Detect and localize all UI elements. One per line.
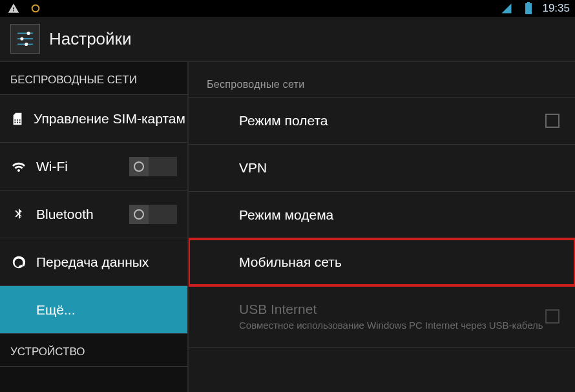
svg-point-0 [32,5,39,12]
bluetooth-toggle[interactable] [129,205,177,224]
main-item-vpn[interactable]: VPN [189,145,575,192]
sidebar-section-wireless: БЕСПРОВОДНЫЕ СЕТИ [0,62,187,95]
warning-icon [5,0,22,17]
main-item-usb-internet: USB Internet Совместное использование Wi… [189,286,575,348]
sidebar-item-label: Bluetooth [36,207,94,222]
sidebar-item-wifi[interactable]: Wi-Fi [0,143,187,191]
data-usage-icon [10,254,27,271]
sidebar-item-sim-management[interactable]: Управление SIM-картам [0,95,187,143]
status-bar: 19:35 [0,0,575,17]
main-item-label: VPN [239,160,267,175]
sidebar: БЕСПРОВОДНЫЕ СЕТИ Управление SIM-картам … [0,62,189,392]
sidebar-item-label: Wi-Fi [36,159,68,174]
svg-point-6 [20,37,23,40]
main-item-label: Режим модема [239,207,333,222]
main-section-title: Беспроводные сети [189,62,575,97]
toggle-knob [129,157,149,176]
settings-icon [10,24,40,54]
wifi-icon [10,158,27,175]
sidebar-item-bluetooth[interactable]: Bluetooth [0,191,187,238]
sidebar-item-label: Передача данных [36,254,149,270]
main-item-subtitle: Совместное использование Windows PC Inte… [239,320,557,332]
wifi-toggle[interactable] [129,157,177,176]
main-item-tethering[interactable]: Режим модема [189,192,575,239]
status-time: 19:35 [542,2,570,15]
app-title-bar: Настройки [0,17,575,62]
main-panel: Беспроводные сети Режим полета VPN Режим… [189,62,575,392]
empty-icon [10,302,27,318]
sidebar-item-more[interactable]: Ещё... [0,286,187,334]
toggle-knob [129,205,149,224]
svg-rect-1 [525,3,532,14]
sidebar-item-data-usage[interactable]: Передача данных [0,238,187,286]
main-item-mobile-network[interactable]: Мобильная сеть [189,239,575,286]
svg-rect-2 [527,2,530,4]
sidebar-item-label: Управление SIM-картам [34,111,185,127]
main-list: Режим полета VPN Режим модема Мобильная … [189,98,575,348]
sim-icon [10,110,25,127]
sidebar-section-device: УСТРОЙСТВО [0,334,187,367]
sidebar-item-label: Ещё... [36,302,75,318]
circle-icon [27,0,44,17]
main-item-airplane-mode[interactable]: Режим полета [189,98,575,145]
page-title: Настройки [49,29,132,49]
bluetooth-icon [10,206,27,223]
usb-internet-checkbox [545,309,559,324]
main-item-label: USB Internet [239,302,557,317]
signal-icon [498,0,515,17]
svg-point-4 [27,32,30,35]
airplane-mode-checkbox[interactable] [545,114,559,128]
main-item-label: Мобильная сеть [239,254,342,269]
battery-icon [520,0,537,17]
main-item-label: Режим полета [239,113,328,128]
content-area: БЕСПРОВОДНЫЕ СЕТИ Управление SIM-картам … [0,62,575,392]
svg-point-8 [25,43,28,46]
